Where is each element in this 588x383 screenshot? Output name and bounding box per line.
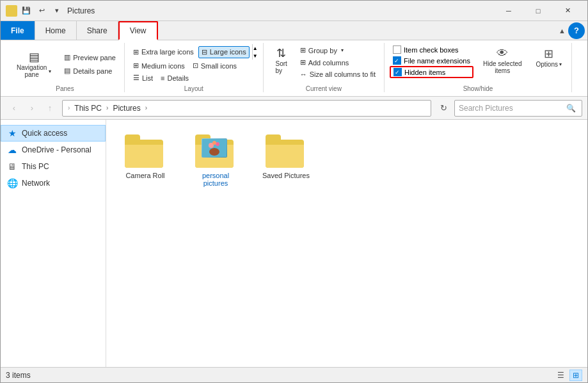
- sidebar-item-network[interactable]: 🌐 Network: [1, 175, 106, 192]
- medium-icons-button[interactable]: ⊞ Medium icons: [130, 60, 188, 72]
- options-button[interactable]: ⊞ Options ▾: [532, 44, 566, 70]
- camera-roll-folder-icon: [125, 134, 166, 168]
- add-columns-button[interactable]: ⊞ Add columns: [297, 56, 379, 69]
- panes-group-label: Panes: [11, 85, 119, 92]
- item-count: 3 items: [6, 371, 31, 380]
- sidebar-item-this-pc[interactable]: 🖥 This PC: [1, 158, 106, 175]
- close-button[interactable]: ✕: [553, 1, 582, 21]
- tab-home[interactable]: Home: [35, 21, 77, 40]
- ribbon-showhide-row: Item check boxes File name extensions Hi…: [390, 44, 566, 84]
- add-columns-icon: ⊞: [300, 58, 306, 67]
- file-item-camera-roll[interactable]: Camera Roll: [116, 130, 174, 192]
- maximize-button[interactable]: □: [523, 1, 553, 21]
- path-pictures[interactable]: Pictures: [111, 103, 142, 113]
- layout-group-label: Layout: [130, 85, 258, 92]
- this-pc-icon: 🖥: [6, 161, 18, 172]
- personal-pictures-label: personal pictures: [191, 172, 240, 187]
- sidebar: ★ Quick access ☁ OneDrive - Personal 🖥 T…: [1, 120, 106, 367]
- details-pane-button[interactable]: ▤ Details pane: [61, 65, 119, 77]
- size-all-columns-icon: ↔: [300, 70, 307, 78]
- layout-scroll-up-button[interactable]: ▲: [253, 44, 258, 52]
- folder-tab-3: [266, 134, 281, 142]
- search-box[interactable]: Search Pictures 🔍: [454, 100, 582, 117]
- qat-dropdown-button[interactable]: ▾: [51, 4, 63, 17]
- ribbon-group-panes: ▤ Navigation pane ▾ ▥ Preview pane ▤ Det…: [6, 43, 125, 92]
- forward-button[interactable]: ›: [24, 100, 40, 117]
- file-grid: Camera Roll: [116, 130, 577, 192]
- saved-pictures-folder-icon: [266, 134, 306, 168]
- details-button[interactable]: ≡ Details: [157, 72, 192, 84]
- quick-access-icon: ★: [6, 128, 18, 138]
- list-button[interactable]: ☰ List: [130, 72, 156, 84]
- tab-bar: File Home Share View ▲ ?: [1, 21, 587, 40]
- extra-large-icons-icon: ⊞: [133, 48, 139, 56]
- address-path[interactable]: › This PC › Pictures ›: [62, 100, 431, 117]
- back-button[interactable]: ‹: [6, 100, 22, 117]
- ribbon-collapse-button[interactable]: ▲: [559, 27, 566, 35]
- file-name-extensions-toggle[interactable]: File name extensions: [390, 55, 473, 66]
- path-separator-1: ›: [106, 104, 108, 111]
- details-view-button[interactable]: ☰: [554, 370, 567, 381]
- hide-selected-items-button[interactable]: 👁 Hide selected items: [479, 44, 527, 77]
- layout-buttons-left: ⊞ Extra large icons ⊟ Large icons ▲ ▼: [130, 44, 258, 84]
- path-separator-2: ›: [145, 104, 147, 111]
- nav-pane-dropdown-icon: ▾: [49, 69, 51, 74]
- ribbon-currentview-row: ⇅ Sortby ⊞ Group by ▾ ⊞ Add columns: [269, 44, 379, 84]
- folder-image-overlay: [202, 138, 227, 158]
- ribbon-group-layout: ⊞ Extra large icons ⊟ Large icons ▲ ▼: [125, 43, 264, 92]
- sidebar-item-quick-access[interactable]: ★ Quick access: [1, 125, 106, 142]
- size-all-columns-button[interactable]: ↔ Size all columns to fit: [297, 69, 379, 80]
- show-hide-group-label: Show/hide: [390, 85, 566, 92]
- current-view-buttons: ⊞ Group by ▾ ⊞ Add columns ↔ Size all co…: [297, 44, 379, 80]
- tab-file[interactable]: File: [1, 21, 35, 40]
- group-by-dropdown-icon: ▾: [341, 47, 344, 53]
- file-item-saved-pictures[interactable]: Saved Pictures: [257, 130, 315, 192]
- large-icons-button[interactable]: ⊟ Large icons: [198, 46, 250, 58]
- item-checkboxes-toggle[interactable]: Item check boxes: [390, 44, 473, 55]
- file-item-personal-pictures[interactable]: personal pictures: [187, 130, 244, 192]
- onedrive-label: OneDrive - Personal: [22, 145, 91, 154]
- address-bar-right: ↻ Search Pictures 🔍: [435, 100, 582, 117]
- ribbon-panes-row: ▤ Navigation pane ▾ ▥ Preview pane ▤ Det…: [11, 44, 119, 84]
- minimize-button[interactable]: ─: [494, 1, 523, 21]
- list-icon: ☰: [133, 74, 139, 82]
- ribbon-layout-row: ⊞ Extra large icons ⊟ Large icons ▲ ▼: [130, 44, 258, 84]
- search-button[interactable]: 🔍: [564, 101, 578, 115]
- folder-tab: [125, 134, 140, 142]
- sort-by-icon: ⇅: [276, 46, 286, 60]
- up-button[interactable]: ↑: [42, 100, 58, 117]
- path-this-pc[interactable]: This PC: [72, 103, 104, 113]
- tab-view[interactable]: View: [118, 21, 158, 40]
- layout-row-2: ⊞ Medium icons ⊡ Small icons: [130, 60, 258, 72]
- network-label: Network: [22, 179, 50, 188]
- refresh-button[interactable]: ↻: [435, 100, 452, 117]
- path-arrow-icon: ›: [68, 104, 70, 111]
- details-pane-icon: ▤: [64, 67, 70, 75]
- hidden-items-checkbox: [393, 68, 402, 76]
- nav-pane-label: Navigation pane ▾: [17, 64, 51, 78]
- preview-pane-button[interactable]: ▥ Preview pane: [61, 51, 119, 63]
- help-button[interactable]: ?: [568, 22, 585, 39]
- personal-pictures-folder-icon: [195, 134, 236, 168]
- extra-large-icons-button[interactable]: ⊞ Extra large icons: [130, 46, 197, 58]
- undo-qat-button[interactable]: ↩: [35, 4, 48, 17]
- sidebar-item-onedrive[interactable]: ☁ OneDrive - Personal: [1, 142, 106, 158]
- main-area: ★ Quick access ☁ OneDrive - Personal 🖥 T…: [1, 120, 587, 367]
- group-by-icon: ⊞: [300, 46, 306, 54]
- status-right: ☰ ⊞: [554, 370, 582, 381]
- sort-by-button[interactable]: ⇅ Sortby: [269, 44, 294, 76]
- nav-pane-button[interactable]: ▤ Navigation pane ▾: [11, 47, 57, 81]
- tab-share[interactable]: Share: [77, 21, 118, 40]
- save-qat-button[interactable]: 💾: [20, 4, 33, 17]
- large-icons-view-button[interactable]: ⊞: [569, 370, 582, 381]
- nav-arrows: ‹ › ↑: [6, 100, 58, 117]
- show-hide-checkboxes: Item check boxes File name extensions Hi…: [390, 44, 473, 78]
- svg-point-6: [212, 141, 216, 145]
- hidden-items-toggle[interactable]: Hidden items: [390, 66, 473, 78]
- ribbon: ▤ Navigation pane ▾ ▥ Preview pane ▤ Det…: [1, 40, 587, 97]
- group-by-button[interactable]: ⊞ Group by ▾: [297, 44, 379, 56]
- small-icons-button[interactable]: ⊡ Small icons: [189, 60, 240, 72]
- layout-row-3: ☰ List ≡ Details: [130, 72, 258, 84]
- hide-selected-items-icon: 👁: [497, 47, 508, 60]
- layout-scroll-down-button[interactable]: ▼: [253, 52, 258, 60]
